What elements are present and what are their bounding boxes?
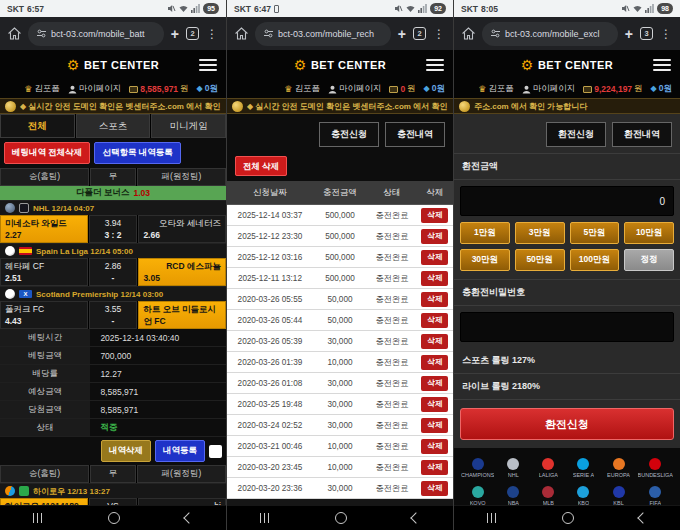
home-icon[interactable] [235, 27, 248, 40]
recharge-row: 2020-03-26 05:44 50,000 충전완료 삭제 [227, 310, 453, 331]
quick-amount-button[interactable]: 1만원 [460, 222, 510, 244]
android-nav-bar [454, 505, 680, 530]
league-logo: KOVO [461, 486, 494, 505]
browser-toolbar: bct-03.com/mobile_rech + 2 ⋮ [227, 17, 453, 50]
exchange-submit-button[interactable]: 환전신청 [460, 408, 674, 440]
delete-row-button[interactable]: 삭제 [421, 376, 448, 391]
tab-switcher-button[interactable]: 2 [186, 27, 199, 40]
delete-row-button[interactable]: 삭제 [421, 418, 448, 433]
delete-row-button[interactable]: 삭제 [421, 355, 448, 370]
username-item[interactable]: ♛김포폼 [478, 83, 514, 95]
delete-row-button[interactable]: 삭제 [421, 313, 448, 328]
exchange-history-tab-button[interactable]: 환전내역 [612, 122, 672, 147]
hamburger-menu-button[interactable] [426, 56, 444, 74]
url-bar[interactable]: bct-03.com/mobile_batt [28, 22, 164, 46]
browser-menu-button[interactable]: ⋮ [433, 28, 445, 40]
hamburger-menu-button[interactable] [199, 56, 217, 74]
brand-logo[interactable]: ⚙ BET CENTER [67, 58, 159, 72]
new-tab-button[interactable]: + [171, 27, 179, 41]
nav-recents-button[interactable] [260, 513, 270, 523]
delete-all-recharges-button[interactable]: 전체 삭제 [235, 156, 287, 176]
mypage-link[interactable]: 마이페이지 [328, 83, 382, 95]
register-selected-button[interactable]: 선택항목 내역등록 [94, 142, 180, 164]
recharge-row: 2020-03-26 05:39 30,000 충전완료 삭제 [227, 331, 453, 352]
delete-row-button[interactable]: 삭제 [421, 397, 448, 412]
quick-amount-button[interactable]: 5만원 [570, 222, 620, 244]
brand-logo[interactable]: ⚙ BET CENTER [521, 58, 613, 72]
tab-switcher-button[interactable]: 3 [640, 27, 653, 40]
delete-row-button[interactable]: 삭제 [421, 250, 448, 265]
hamburger-menu-button[interactable] [653, 56, 671, 74]
delete-history-button[interactable]: 내역삭제 [101, 440, 151, 462]
delete-row-button[interactable]: 삭제 [421, 439, 448, 454]
brand-logo[interactable]: ⚙ BET CENTER [294, 58, 386, 72]
nav-back-button[interactable] [411, 512, 422, 523]
new-tab-button[interactable]: + [625, 27, 633, 41]
nav-recents-button[interactable] [33, 513, 43, 523]
username-item[interactable]: ♛김포폼 [284, 83, 320, 95]
quick-amount-button[interactable]: 3만원 [515, 222, 565, 244]
new-tab-button[interactable]: + [398, 27, 406, 41]
nav-home-button[interactable] [335, 512, 347, 524]
register-history-button[interactable]: 내역등록 [155, 440, 205, 462]
quick-amount-button[interactable]: 100만원 [570, 249, 620, 271]
wifi-icon [406, 4, 415, 13]
site-settings-icon[interactable] [491, 29, 500, 38]
username-label: 김포폼 [34, 83, 60, 95]
quick-amount-button[interactable]: 50만원 [515, 249, 565, 271]
history-tab[interactable]: 미니게임 [151, 114, 226, 138]
point-balance[interactable]: ◆0원 [197, 83, 218, 95]
history-tab[interactable]: 스포츠 [76, 114, 151, 138]
delete-row-button[interactable]: 삭제 [421, 271, 448, 286]
browser-menu-button[interactable]: ⋮ [660, 28, 672, 40]
recharge-row: 2020-03-26 01:08 30,000 충전완료 삭제 [227, 373, 453, 394]
nav-back-button[interactable] [638, 512, 649, 523]
nav-home-button[interactable] [562, 512, 574, 524]
delete-all-bets-button[interactable]: 베팅내역 전체삭제 [4, 142, 90, 164]
delete-row-button[interactable]: 삭제 [421, 334, 448, 349]
delete-row-button[interactable]: 삭제 [421, 460, 448, 475]
recharge-row: 2020-03-21 00:46 10,000 충전완료 삭제 [227, 436, 453, 457]
point-balance[interactable]: ◆0원 [651, 83, 672, 95]
url-bar[interactable]: bct-03.com/mobile_excl [482, 22, 618, 46]
quick-amount-button[interactable]: 10만원 [624, 222, 674, 244]
delete-row-button[interactable]: 삭제 [421, 229, 448, 244]
recharge-apply-button[interactable]: 충전신청 [319, 122, 379, 147]
person-icon [68, 85, 77, 94]
username-item[interactable]: ♛김포폼 [24, 83, 60, 95]
cash-icon [129, 86, 138, 93]
odds-columns-header-2: 승(홈팀) 무 패(원정팀) [0, 465, 226, 483]
delete-row-button[interactable]: 삭제 [421, 292, 448, 307]
cash-balance[interactable]: 8,585,971원 [129, 83, 188, 95]
browser-menu-button[interactable]: ⋮ [206, 28, 218, 40]
point-balance[interactable]: ◆0원 [424, 83, 445, 95]
mypage-link[interactable]: 마이페이지 [522, 83, 576, 95]
mypage-link[interactable]: 마이페이지 [68, 83, 122, 95]
home-icon[interactable] [8, 27, 21, 40]
tab-switcher-button[interactable]: 2 [413, 27, 426, 40]
country-flag-icon [19, 247, 32, 255]
exchange-amount-input[interactable]: 0 [460, 186, 674, 216]
nav-recents-button[interactable] [487, 513, 497, 523]
history-tab[interactable]: 전체 [0, 114, 75, 138]
marquee-text: ◆ 실시간 안전 도메인 확인은 벳센터주소.com 에서 확인 [247, 101, 447, 112]
exchange-password-input[interactable] [460, 312, 674, 342]
select-checkbox[interactable] [209, 445, 222, 458]
cash-balance[interactable]: 9,224,197원 [583, 83, 642, 95]
delete-row-button[interactable]: 삭제 [421, 208, 448, 223]
exchange-apply-tab-button[interactable]: 환전신청 [546, 122, 606, 147]
quick-amount-button[interactable]: 30만원 [460, 249, 510, 271]
site-settings-icon[interactable] [37, 29, 46, 38]
league-logo-icon [542, 486, 554, 498]
nav-back-button[interactable] [184, 512, 195, 523]
recharge-history-button[interactable]: 충전내역 [385, 122, 445, 147]
cash-balance[interactable]: 0원 [389, 83, 415, 95]
delete-row-button[interactable]: 삭제 [421, 481, 448, 496]
home-icon[interactable] [462, 27, 475, 40]
nav-home-button[interactable] [108, 512, 120, 524]
site-settings-icon[interactable] [264, 29, 273, 38]
url-bar[interactable]: bct-03.com/mobile_rech [255, 22, 391, 46]
quick-amount-button[interactable]: 정정 [624, 249, 674, 271]
league-logo: NHL [497, 458, 529, 478]
carrier-label: SKT [461, 4, 478, 14]
